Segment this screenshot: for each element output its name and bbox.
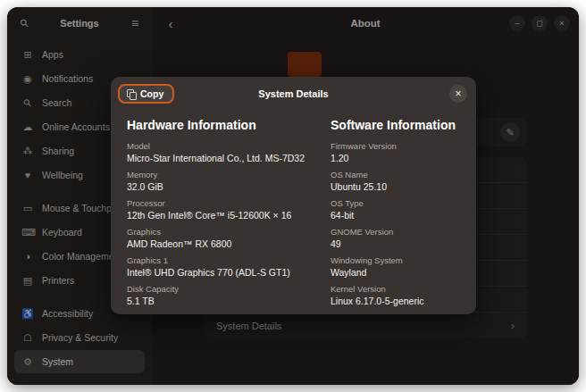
field-label: Disk Capacity: [127, 284, 316, 294]
copy-button-label: Copy: [140, 88, 163, 99]
system-details-dialog: Copy System Details × Hardware Informati…: [111, 77, 476, 314]
field-kernel-version: Kernel Version Linux 6.17.0-5-generic: [331, 284, 462, 306]
hardware-information-section: Hardware Information Model Micro-Star In…: [127, 113, 316, 313]
field-value: 1.20: [331, 153, 462, 163]
field-firmware-version: Firmware Version 1.20: [331, 141, 462, 163]
field-disk-capacity: Disk Capacity 5.1 TB: [127, 284, 316, 306]
field-memory: Memory 32.0 GiB: [127, 170, 316, 192]
copy-button[interactable]: Copy: [118, 84, 174, 104]
hardware-heading: Hardware Information: [127, 118, 316, 132]
field-label: Processor: [127, 198, 316, 208]
dialog-body: Hardware Information Model Micro-Star In…: [111, 111, 476, 313]
field-label: Firmware Version: [331, 141, 462, 151]
field-windowing-system: Windowing System Wayland: [331, 255, 462, 278]
desktop: ⚲ Settings ≡ ⊞ Apps ◉ Notifications ⚲: [0, 0, 586, 392]
field-label: Model: [127, 141, 316, 151]
field-value: 12th Gen Intel® Core™ i5-12600K × 16: [127, 210, 316, 221]
field-value: Micro-Star International Co., Ltd. MS-7D…: [127, 153, 316, 163]
field-label: Windowing System: [331, 255, 462, 265]
field-label: OS Name: [331, 170, 462, 179]
field-label: OS Type: [331, 198, 462, 208]
field-value: 49: [331, 238, 462, 249]
field-gnome-version: GNOME Version 49: [331, 227, 462, 249]
field-value: Linux 6.17.0-5-generic: [331, 296, 462, 306]
field-value: AMD Radeon™ RX 6800: [127, 238, 316, 249]
field-label: Memory: [127, 170, 316, 179]
field-model: Model Micro-Star International Co., Ltd.…: [127, 141, 316, 163]
field-os-type: OS Type 64-bit: [331, 198, 462, 221]
field-value: Ubuntu 25.10: [331, 181, 462, 192]
software-information-section: Software Information Firmware Version 1.…: [331, 113, 462, 313]
software-heading: Software Information: [331, 118, 462, 132]
field-value: Intel® UHD Graphics 770 (ADL-S GT1): [127, 267, 316, 278]
field-value: 5.1 TB: [127, 296, 316, 306]
field-label: Graphics: [127, 227, 316, 237]
dialog-header: Copy System Details ×: [111, 77, 476, 111]
close-icon: ×: [455, 88, 461, 100]
field-label: GNOME Version: [331, 227, 462, 237]
field-value: 32.0 GiB: [127, 181, 316, 192]
field-os-name: OS Name Ubuntu 25.10: [331, 170, 462, 192]
copy-icon: [127, 89, 135, 99]
field-label: Graphics 1: [127, 255, 316, 265]
field-processor: Processor 12th Gen Intel® Core™ i5-12600…: [127, 198, 316, 221]
field-graphics: Graphics AMD Radeon™ RX 6800: [127, 227, 316, 249]
field-value: Wayland: [331, 267, 462, 278]
field-value: 64-bit: [331, 210, 462, 221]
field-graphics-1: Graphics 1 Intel® UHD Graphics 770 (ADL-…: [127, 255, 316, 278]
dialog-close-button[interactable]: ×: [449, 85, 467, 103]
field-label: Kernel Version: [331, 284, 462, 294]
